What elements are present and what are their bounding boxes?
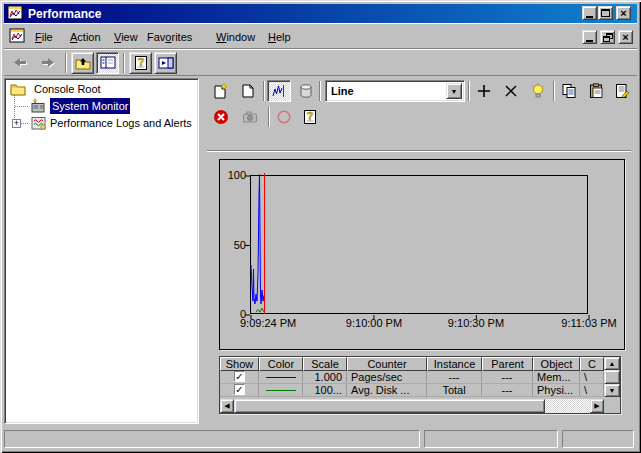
show-cell: ✓	[220, 384, 259, 396]
show-checkbox[interactable]: ✓	[234, 371, 245, 382]
update-data-button[interactable]	[238, 106, 262, 128]
forward-button[interactable]	[37, 52, 60, 74]
chevron-down-icon: ▼	[451, 88, 458, 95]
maximize-icon	[601, 9, 610, 17]
column-header-scale[interactable]: Scale	[303, 357, 347, 371]
menu-window[interactable]: Window	[212, 29, 259, 45]
menu-favorites[interactable]: Favorites	[143, 29, 196, 45]
graph-type-value: Line	[331, 85, 354, 97]
scroll-up-button[interactable]: ▲	[604, 357, 620, 370]
right-arrow-icon: ▶	[594, 402, 599, 410]
column-header-counter[interactable]: Counter	[347, 357, 427, 371]
svg-text:?: ?	[307, 111, 313, 122]
status-bar-panel	[562, 430, 634, 448]
minimize-button[interactable]	[582, 6, 597, 20]
toolbar-separator	[319, 81, 321, 101]
camera-icon	[242, 109, 258, 125]
properties-page-icon	[614, 83, 630, 99]
counter-cell: Pages/sec	[347, 371, 427, 383]
view-log-data-button[interactable]	[294, 80, 318, 102]
instance-cell: ---	[427, 371, 482, 383]
paste-counter-list-button[interactable]	[584, 80, 608, 102]
toolbar-separator	[268, 107, 270, 127]
copy-properties-button[interactable]	[557, 80, 581, 102]
highlight-button[interactable]	[526, 80, 550, 102]
scale-cell: 100...	[303, 384, 347, 396]
counter-cell: Avg. Disk ...	[347, 384, 427, 396]
x-tick-label: 9:10:30 PM	[448, 317, 504, 329]
clear-display-button[interactable]	[236, 80, 260, 102]
column-header-color[interactable]: Color	[259, 357, 303, 371]
column-header-object[interactable]: Object	[533, 357, 580, 371]
export-list-button[interactable]	[154, 52, 177, 74]
maximize-button[interactable]	[598, 6, 613, 20]
close-button[interactable]: ×	[616, 6, 631, 20]
menu-view[interactable]: View	[110, 29, 142, 45]
scroll-left-button[interactable]: ◀	[220, 399, 234, 413]
add-counter-button[interactable]	[472, 80, 496, 102]
show-hide-tree-button[interactable]	[96, 52, 119, 74]
circle-outline-icon	[276, 109, 292, 125]
view-current-activity-button[interactable]	[267, 80, 291, 102]
computer-cell: \	[580, 384, 604, 396]
folder-icon	[10, 82, 26, 96]
child-restore-button[interactable]	[600, 30, 615, 44]
tree-item-label-selected: System Monitor	[50, 98, 130, 114]
legend-horizontal-scrollbar[interactable]: ◀ ▶	[220, 399, 604, 413]
menu-action[interactable]: Action	[66, 29, 105, 45]
combo-dropdown-button[interactable]: ▼	[446, 83, 462, 99]
properties-button[interactable]	[610, 80, 634, 102]
computer-cell: \	[580, 371, 604, 383]
series-color-swatch	[266, 390, 296, 391]
horizontal-scroll-thumb[interactable]	[234, 399, 545, 413]
column-header-instance[interactable]: Instance	[427, 357, 482, 371]
plus-icon	[476, 83, 492, 99]
clipboard-paste-icon	[588, 83, 604, 99]
child-minimize-button[interactable]	[582, 30, 597, 44]
menu-help[interactable]: Help	[264, 29, 295, 45]
column-header-parent[interactable]: Parent	[482, 357, 533, 371]
show-cell: ✓	[220, 371, 259, 383]
back-button[interactable]	[9, 52, 32, 74]
lightbulb-icon	[530, 83, 546, 99]
toolbar-separator	[468, 81, 470, 101]
scroll-track[interactable]	[545, 399, 590, 413]
scale-cell: 1.000	[303, 371, 347, 383]
graph-type-select[interactable]: Line ▼	[325, 80, 465, 102]
parent-cell: ---	[482, 384, 533, 396]
up-arrow-icon: ▲	[609, 360, 616, 367]
minimize-icon	[586, 16, 593, 18]
child-restore-icon	[603, 33, 613, 42]
vertical-scroll-thumb[interactable]	[604, 370, 620, 384]
status-bar-panel	[424, 430, 558, 448]
child-close-button[interactable]: ×	[618, 30, 633, 44]
scroll-right-button[interactable]: ▶	[590, 399, 604, 413]
window-panes-icon	[158, 55, 174, 71]
x-icon	[503, 83, 519, 99]
scroll-down-button[interactable]: ▼	[604, 384, 620, 397]
show-checkbox[interactable]: ✓	[234, 384, 245, 395]
column-header-show[interactable]: Show	[220, 357, 259, 371]
column-header-computer[interactable]: C	[580, 357, 604, 371]
tree-expand-icon[interactable]: +	[12, 119, 21, 128]
new-counter-set-button[interactable]	[208, 80, 232, 102]
legend-row-avg-disk[interactable]: ✓ 100... Avg. Disk ... Total --- Physi..…	[220, 384, 604, 397]
toolbar-separator	[553, 81, 555, 101]
menu-file[interactable]: File	[31, 29, 57, 45]
delete-counter-button[interactable]	[499, 80, 523, 102]
title-bar: Performance ×	[4, 4, 637, 23]
chart-container: 100 50 0 9:09:24 PM 9:10:00 PM 9:10:30 P…	[219, 159, 625, 350]
up-one-level-button[interactable]	[71, 52, 94, 74]
close-icon: ×	[620, 8, 626, 19]
left-arrow-icon: ◀	[224, 402, 229, 410]
freeze-display-button[interactable]	[209, 106, 233, 128]
legend-row-pages-sec[interactable]: ✓ 1.000 Pages/sec --- --- Mem... \	[220, 371, 604, 384]
time-range-circle-button[interactable]	[272, 106, 296, 128]
toolbar-separator	[263, 81, 265, 101]
help-page-icon: ?	[302, 109, 318, 125]
legend-vertical-scrollbar[interactable]: ▲ ▼	[604, 357, 620, 397]
help-button[interactable]: ?	[129, 52, 152, 74]
color-cell	[259, 384, 303, 396]
help-topics-button[interactable]: ?	[298, 106, 322, 128]
svg-text:?: ?	[137, 57, 143, 68]
